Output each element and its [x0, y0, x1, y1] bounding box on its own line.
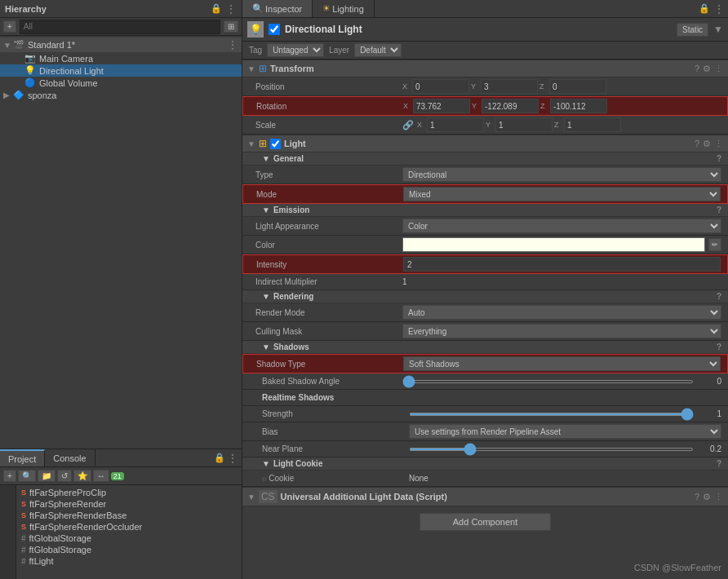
tab-console[interactable]: Console: [45, 449, 95, 466]
hierarchy-item-global-volume[interactable]: 🔵 Global Volume: [0, 77, 242, 89]
file-item[interactable]: # ftGlobalStorage: [16, 544, 242, 555]
position-row: Position X Y Z: [242, 77, 728, 96]
project-folder-button[interactable]: 📁: [38, 470, 55, 482]
hierarchy-item-sponza[interactable]: ▶ 🔷 sponza: [0, 89, 242, 101]
hierarchy-add-button[interactable]: +: [3, 20, 16, 33]
strength-number: 1: [697, 409, 721, 418]
scale-y-input[interactable]: [495, 117, 553, 132]
project-add-button[interactable]: +: [3, 470, 16, 482]
pos-y-input[interactable]: [481, 79, 538, 94]
rendering-sub-header[interactable]: ▼ Rendering ?: [242, 290, 728, 303]
light-cookie-sub-header[interactable]: ▼ Light Cookie ?: [242, 457, 728, 471]
transform-arrow: ▼: [247, 64, 255, 73]
emission-label: Emission: [273, 206, 309, 214]
project-badge: 21: [111, 472, 124, 480]
rendering-help-icon: ?: [717, 292, 721, 301]
sponza-label: sponza: [28, 91, 56, 100]
file-item[interactable]: S ftFarSphereRenderOccluder: [16, 521, 242, 533]
light-cookie-help-icon: ?: [717, 459, 721, 468]
file-item[interactable]: S ftFarSphereProClip: [16, 487, 242, 498]
rendering-label: Rendering: [273, 292, 313, 301]
hierarchy-expand-button[interactable]: ⊞: [224, 20, 238, 33]
culling-mask-select[interactable]: Everything: [402, 324, 721, 338]
light-icon: 💡: [24, 65, 38, 76]
light-appearance-select[interactable]: Color Filter and Temperature: [402, 219, 721, 233]
tab-lighting[interactable]: ☀ Lighting: [313, 0, 375, 17]
light-component-header[interactable]: ▼ ⊞ Light ? ⚙ ⋮: [242, 135, 728, 152]
hierarchy-item-directional-light[interactable]: 💡 Directional Light: [0, 64, 242, 77]
scale-z-input[interactable]: [564, 117, 621, 132]
general-sub-header[interactable]: ▼ General ?: [242, 152, 728, 166]
scale-lock-icon: 🔗: [402, 120, 414, 130]
render-mode-select[interactable]: Auto Important Not Important: [402, 305, 721, 320]
strength-slider[interactable]: [409, 413, 694, 416]
emission-arrow: ▼: [262, 206, 270, 214]
object-enabled-checkbox[interactable]: [269, 24, 280, 35]
light-enabled-checkbox[interactable]: [270, 139, 281, 149]
project-expand-button[interactable]: ↔: [93, 470, 109, 482]
file-item[interactable]: S ftFarSphereRenderBase: [16, 510, 242, 521]
inspector-lock-icon: 🔒: [699, 3, 710, 14]
rot-y-input[interactable]: [482, 99, 539, 113]
universal-light-header[interactable]: ▼ CS Universal Additional Light Data (Sc…: [242, 487, 728, 506]
scale-x-input[interactable]: [427, 117, 484, 132]
file-item[interactable]: S ftFarSphereRender: [16, 498, 242, 510]
transform-title: Transform: [270, 64, 691, 73]
scale-label: Scale: [255, 121, 402, 130]
add-component-button[interactable]: Add Component: [419, 513, 552, 531]
emission-sub-header[interactable]: ▼ Emission ?: [242, 204, 728, 217]
hierarchy-search-input[interactable]: [20, 20, 220, 34]
pos-z-input[interactable]: [549, 79, 606, 94]
shadow-type-select[interactable]: No Shadows Hard Shadows Soft Shadows: [403, 356, 721, 371]
project-refresh-button[interactable]: ↺: [57, 470, 72, 482]
tag-select[interactable]: Untagged: [267, 43, 324, 57]
project-menu-icon: ⋮: [227, 452, 238, 465]
shadows-sub-header[interactable]: ▼ Shadows ?: [242, 341, 728, 354]
culling-mask-row: Culling Mask Everything: [242, 322, 728, 341]
near-plane-slider[interactable]: [409, 448, 694, 451]
indirect-multiplier-value: 1: [402, 277, 721, 286]
rot-z-input[interactable]: [550, 99, 607, 113]
light-cookie-arrow: ▼: [262, 459, 270, 468]
intensity-value: [403, 257, 721, 272]
light-settings-icon: ⚙: [703, 139, 711, 149]
tab-inspector[interactable]: 🔍 Inspector: [242, 0, 313, 17]
project-star-button[interactable]: ⭐: [73, 470, 91, 482]
color-edit-button[interactable]: ✏: [708, 238, 721, 251]
pos-y-label: Y: [471, 82, 479, 91]
near-plane-row: Near Plane 0.2: [242, 441, 728, 457]
project-search-button[interactable]: 🔍: [18, 470, 36, 482]
bias-select[interactable]: Use settings from Render Pipeline Asset: [409, 424, 721, 439]
tab-project[interactable]: Project: [0, 449, 45, 466]
add-component-row: Add Component: [242, 506, 728, 537]
intensity-input[interactable]: [403, 257, 721, 272]
baked-shadow-angle-slider[interactable]: [402, 380, 694, 383]
type-select[interactable]: Directional: [402, 167, 721, 182]
rot-z-label: Z: [540, 102, 548, 110]
hierarchy-root-item[interactable]: ▼ 🎬 Standard 1* ⋮: [0, 38, 242, 52]
transform-section-header[interactable]: ▼ ⊞ Transform ? ⚙ ⋮: [242, 60, 728, 77]
pos-x-input[interactable]: [412, 79, 469, 94]
lock-icon: 🔒: [211, 3, 222, 14]
light-menu-icon: ⋮: [714, 139, 723, 149]
file-item[interactable]: # ftGlobalStorage: [16, 533, 242, 544]
render-mode-label: Render Mode: [255, 308, 402, 317]
object-name: Directional Light: [285, 24, 672, 35]
file-label: ftFarSphereRenderBase: [29, 510, 127, 520]
rot-x-input[interactable]: [413, 99, 470, 113]
near-plane-value: 0.2: [409, 444, 721, 453]
file-item[interactable]: # ftLight: [16, 555, 242, 567]
bias-label: Bias: [262, 427, 409, 436]
render-mode-value: Auto Important Not Important: [402, 305, 721, 320]
layer-select[interactable]: Default: [354, 43, 402, 57]
static-button[interactable]: Static: [677, 23, 708, 37]
cookie-text: None: [409, 474, 428, 483]
color-swatch[interactable]: [402, 237, 705, 252]
mode-select[interactable]: Realtime Mixed Baked: [403, 187, 721, 201]
rotation-value: X Y Z: [403, 99, 721, 113]
rotation-label: Rotation: [256, 102, 403, 111]
intensity-row: Intensity: [242, 254, 728, 274]
baked-shadow-angle-row: Baked Shadow Angle 0: [242, 373, 728, 390]
hierarchy-item-main-camera[interactable]: 📷 Main Camera: [0, 52, 242, 64]
universal-light-arrow: ▼: [247, 493, 255, 502]
